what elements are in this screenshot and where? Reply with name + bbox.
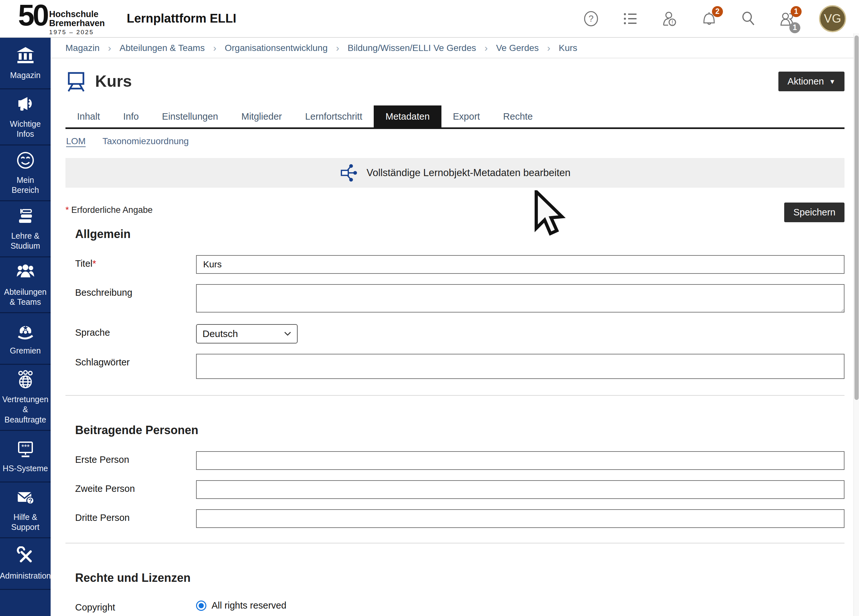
sidebar-item-label: Hilfe & Support	[2, 512, 49, 533]
sidebar-item-abteilungen-teams[interactable]: Abteilungen & Teams	[0, 257, 51, 313]
sidebar-item-lehre-studium[interactable]: Lehre & Studium	[0, 201, 51, 257]
copyright-label: Copyright	[66, 599, 196, 613]
course-easel-icon	[66, 70, 87, 92]
section-title-allgemein: Allgemein	[75, 227, 845, 241]
help-icon[interactable]: ?	[583, 11, 599, 27]
logo-50-mark: 50	[18, 1, 47, 29]
tab-bar: Inhalt Info Einstellungen Mitglieder Ler…	[66, 105, 845, 129]
breadcrumb-separator-icon: ›	[484, 42, 487, 53]
app-window: 50 Hochschule Bremerhaven 1975 – 2025 Le…	[0, 0, 859, 616]
sidebar-item-wichtige-infos[interactable]: Wichtige Infos	[0, 89, 51, 145]
svg-text:?: ?	[28, 497, 32, 504]
form-row-sprache: Sprache Deutsch	[66, 324, 845, 344]
sidebar-item-label: Wichtige Infos	[2, 119, 49, 139]
tab-export[interactable]: Export	[442, 105, 492, 127]
subtab-lom[interactable]: LOM	[66, 136, 86, 146]
svg-text:?: ?	[589, 14, 593, 23]
sprache-select[interactable]: Deutsch	[196, 324, 298, 344]
banner-label: Vollständige Lernobjekt-Metadaten bearbe…	[367, 167, 571, 179]
chevron-down-icon	[284, 331, 291, 336]
tools-icon	[16, 546, 35, 567]
subtab-taxonomiezuordnung[interactable]: Taxonomiezuordnung	[103, 136, 189, 146]
sidebar-item-hilfe-support[interactable]: ? Hilfe & Support	[0, 483, 51, 539]
subtab-bar: LOM Taxonomiezuordnung	[66, 136, 845, 146]
required-asterisk: *	[66, 205, 69, 215]
titel-label: Titel*	[66, 255, 196, 274]
who-is-online-icon[interactable]: !	[662, 11, 678, 27]
logo-name-line1: Hochschule	[49, 10, 105, 19]
breadcrumb-item[interactable]: Magazin	[66, 43, 100, 53]
logo-name-line2: Bremerhaven	[49, 19, 105, 28]
zweite-person-input[interactable]	[196, 480, 845, 499]
contacts-badge-new: 1	[791, 6, 801, 17]
required-note: * Erforderliche Angabe	[66, 203, 153, 215]
main-sidebar: Magazin Wichtige Infos Mein Bereich	[0, 38, 51, 616]
smiley-icon	[16, 151, 35, 171]
tab-rechte[interactable]: Rechte	[491, 105, 544, 127]
copyright-radio[interactable]	[196, 600, 206, 611]
sidebar-item-hs-systeme[interactable]: *** HS-Systeme	[0, 431, 51, 483]
copyright-option-label: All rights reserved	[211, 600, 286, 611]
section-divider	[66, 543, 845, 543]
tab-einstellungen[interactable]: Einstellungen	[150, 105, 230, 127]
breadcrumb: Magazin › Abteilungen & Teams › Organisa…	[51, 38, 854, 58]
titel-input[interactable]	[196, 255, 845, 274]
share-node-icon	[339, 164, 358, 182]
sidebar-item-label: Abteilungen & Teams	[2, 287, 49, 307]
page-title: Kurs	[95, 72, 132, 91]
tab-info[interactable]: Info	[112, 105, 150, 127]
aktionen-button[interactable]: Aktionen▼	[778, 72, 845, 91]
breadcrumb-item[interactable]: Kurs	[559, 43, 578, 53]
monitor-icon: ***	[16, 439, 35, 460]
vertical-scrollbar[interactable]	[854, 33, 859, 616]
scrollbar-thumb[interactable]	[854, 36, 859, 400]
sidebar-item-vertretungen-beauftragte[interactable]: Vertretungen & Beauftragte	[0, 365, 51, 431]
breadcrumb-item[interactable]: Ve Gerdes	[496, 43, 539, 53]
search-icon[interactable]	[740, 11, 756, 27]
tab-lernfortschritt[interactable]: Lernfortschritt	[294, 105, 374, 127]
contacts-icon[interactable]: 1 1	[780, 11, 796, 27]
breadcrumb-separator-icon: ›	[547, 42, 550, 53]
books-icon	[16, 206, 35, 227]
form-row-erste-person: Erste Person	[66, 451, 845, 470]
section-title-rechte: Rechte und Lizenzen	[75, 571, 845, 585]
tab-mitglieder[interactable]: Mitglieder	[230, 105, 294, 127]
user-avatar[interactable]: VG	[819, 5, 846, 32]
breadcrumb-item[interactable]: Organisationsentwicklung	[225, 43, 328, 53]
sprache-selected-value: Deutsch	[203, 328, 238, 339]
svg-text:!: !	[672, 19, 673, 26]
breadcrumb-separator-icon: ›	[336, 42, 339, 53]
sidebar-item-magazin[interactable]: Magazin	[0, 38, 51, 89]
zweite-person-label: Zweite Person	[66, 480, 196, 499]
list-menu-icon[interactable]	[622, 11, 639, 27]
dritte-person-input[interactable]	[196, 509, 845, 528]
app-title: Lernplattform ELLI	[127, 12, 236, 25]
breadcrumb-item[interactable]: Bildung/Wissen/ELLI Ve Gerdes	[348, 43, 476, 53]
form-row-copyright: Copyright All rights reserved	[66, 599, 845, 613]
erste-person-label: Erste Person	[66, 451, 196, 470]
notifications-bell-icon[interactable]: 2	[701, 11, 717, 27]
sidebar-item-administration[interactable]: Administration	[0, 538, 51, 590]
main-area: Magazin › Abteilungen & Teams › Organisa…	[51, 38, 854, 616]
sidebar-item-mein-bereich[interactable]: Mein Bereich	[0, 145, 51, 202]
tab-inhalt[interactable]: Inhalt	[66, 105, 112, 127]
breadcrumb-item[interactable]: Abteilungen & Teams	[120, 43, 205, 53]
tab-metadaten[interactable]: Metadaten	[374, 105, 441, 127]
breadcrumb-separator-icon: ›	[213, 42, 216, 53]
erste-person-input[interactable]	[196, 451, 845, 470]
committee-icon	[16, 321, 35, 342]
beschreibung-textarea[interactable]	[196, 284, 845, 313]
required-asterisk: *	[92, 258, 96, 269]
edit-full-metadata-banner[interactable]: Vollständige Lernobjekt-Metadaten bearbe…	[66, 158, 845, 188]
section-divider	[66, 395, 845, 396]
schlagwoerter-textarea[interactable]	[196, 354, 845, 379]
caret-down-icon: ▼	[829, 78, 836, 86]
university-logo: 50 Hochschule Bremerhaven 1975 – 2025	[18, 1, 105, 36]
sprache-label: Sprache	[66, 324, 196, 344]
speichern-button[interactable]: Speichern	[784, 203, 845, 222]
mail-question-icon: ?	[16, 488, 35, 508]
dritte-person-label: Dritte Person	[66, 509, 196, 528]
form-row-titel: Titel*	[66, 255, 845, 274]
sidebar-item-gremien[interactable]: Gremien	[0, 313, 51, 365]
form-row-schlagwoerter: Schlagwörter	[66, 354, 845, 380]
